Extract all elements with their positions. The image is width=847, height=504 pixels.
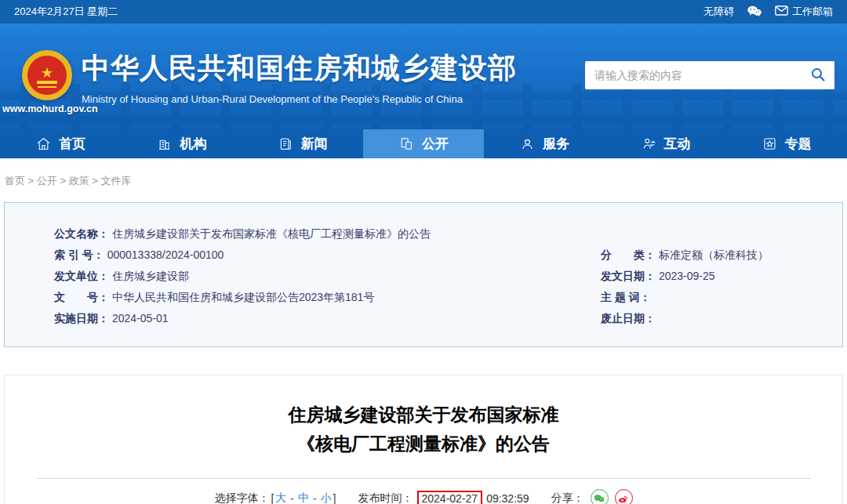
- article-meta: 选择字体：[大-中-小] 发布时间：2024-02-2709:32:59 分享：: [5, 489, 842, 504]
- breadcrumb-open[interactable]: 公开: [37, 175, 57, 187]
- date-text: 2024年2月27日 星期二: [14, 5, 118, 19]
- nav-item-interact[interactable]: 互动: [605, 129, 725, 158]
- search-box: [585, 61, 834, 89]
- publish-date-highlighted: 2024-02-27: [417, 491, 483, 504]
- breadcrumb-library[interactable]: 文件库: [100, 175, 131, 187]
- interaction-icon: [641, 136, 657, 152]
- nav-item-home[interactable]: 首页: [0, 129, 121, 158]
- site-header: ★ www.mohurd.gov.cn 中华人民共和国住房和城乡建设部 Mini…: [0, 24, 847, 129]
- title-divider: [36, 478, 811, 479]
- site-title-en: Ministry of Housing and Urban-Rural Deve…: [82, 93, 517, 105]
- site-url: www.mohurd.gov.cn: [2, 103, 98, 114]
- search-button[interactable]: [802, 61, 834, 89]
- nav-item-open[interactable]: 公开: [363, 129, 484, 158]
- font-size-small[interactable]: 小: [321, 491, 332, 504]
- share-weibo-icon[interactable]: [615, 489, 633, 504]
- documents-icon: [398, 136, 415, 152]
- share-wechat-icon[interactable]: [591, 489, 609, 504]
- doc-category-row: 分 类： 标准定额（标准科技）: [551, 245, 842, 266]
- doc-issue-date-row: 发文日期： 2023-09-25: [551, 266, 842, 287]
- building-icon: [156, 136, 173, 152]
- search-input[interactable]: [585, 69, 802, 82]
- service-person-icon: [519, 136, 536, 152]
- share-group: 分享：: [551, 489, 633, 504]
- article-title: 住房城乡建设部关于发布国家标准 《核电厂工程测量标准》的公告: [36, 401, 811, 459]
- breadcrumb: 首页 > 公开 > 政策 > 文件库: [5, 174, 847, 187]
- accessibility-link[interactable]: 无障碍: [703, 5, 734, 19]
- nav-item-service[interactable]: 服务: [484, 129, 605, 158]
- doc-subject-row: 主 题 词：: [551, 287, 842, 308]
- doc-name-row: 公文名称： 住房城乡建设部关于发布国家标准《核电厂工程测量标准》的公告: [5, 223, 842, 245]
- doc-index-row: 索 引 号： 000013338/2024-00100: [5, 245, 551, 266]
- nav-item-topics[interactable]: 专题: [726, 129, 847, 158]
- mailbox-label: 工作邮箱: [792, 5, 833, 19]
- font-size-large[interactable]: 大: [275, 491, 286, 504]
- national-emblem: ★: [22, 50, 72, 100]
- doc-info-box: 公文名称： 住房城乡建设部关于发布国家标准《核电厂工程测量标准》的公告 索 引 …: [4, 202, 843, 347]
- doc-abolish-row: 废止日期：: [551, 308, 842, 329]
- news-icon: [278, 136, 294, 152]
- breadcrumb-home[interactable]: 首页: [5, 175, 25, 187]
- font-size-medium[interactable]: 中: [298, 491, 309, 504]
- site-title: 中华人民共和国住房和城乡建设部: [82, 49, 517, 88]
- nav-item-org[interactable]: 机构: [121, 129, 242, 158]
- envelope-icon: [775, 5, 788, 18]
- search-icon: [810, 67, 826, 85]
- doc-impl-date-row: 实施日期： 2024-05-01: [5, 308, 551, 329]
- font-size-selector: 选择字体：[大-中-小]: [214, 491, 336, 504]
- topbar: 2024年2月27日 星期二 无障碍 工作邮箱: [0, 0, 847, 24]
- wechat-icon[interactable]: [747, 5, 762, 20]
- mailbox-link[interactable]: 工作邮箱: [775, 5, 833, 19]
- home-icon: [35, 136, 52, 152]
- main-nav: 首页 机构 新闻 公开: [0, 129, 847, 158]
- doc-number-row: 文 号： 中华人民共和国住房和城乡建设部公告2023年第181号: [5, 287, 551, 308]
- star-square-icon: [762, 136, 778, 152]
- nav-item-news[interactable]: 新闻: [242, 129, 363, 158]
- breadcrumb-policy[interactable]: 政策: [69, 175, 89, 187]
- article-box: 住房城乡建设部关于发布国家标准 《核电厂工程测量标准》的公告 选择字体：[大-中…: [4, 375, 843, 504]
- doc-issuer-row: 发文单位： 住房城乡建设部: [5, 266, 551, 287]
- publish-time: 发布时间：2024-02-2709:32:59: [358, 491, 529, 504]
